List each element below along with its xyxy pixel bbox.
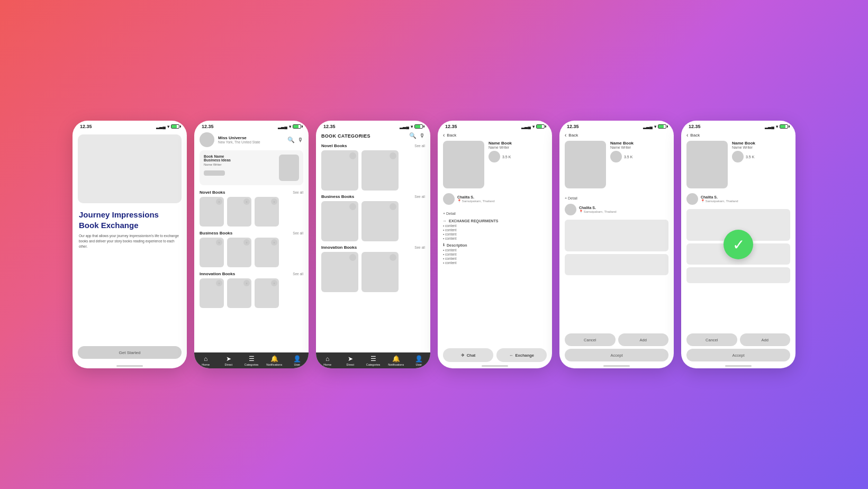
exchange-placeholder-mid: [565, 254, 668, 275]
search-icon-cat[interactable]: 🔍: [409, 132, 417, 139]
profile-name: Miss Universe: [218, 135, 284, 140]
book-item[interactable]: ○: [255, 238, 279, 267]
back-arrow-5[interactable]: ‹: [565, 132, 566, 138]
exchange-button[interactable]: ↔ Exchange: [496, 348, 547, 362]
exchange-section-4: ↔ EXCHANGE REQUIRMENTS • content • conte…: [438, 218, 552, 242]
nav-direct[interactable]: ➤Direct: [217, 355, 240, 366]
innovation-see-all[interactable]: See all: [293, 272, 303, 276]
get-started-button[interactable]: Get Started: [78, 346, 182, 359]
cat-book-badge: [390, 203, 396, 210]
owner-avatar-6: [686, 193, 698, 205]
signal-icon-6: ▂▃▄: [765, 124, 774, 129]
wifi-icon-4: ▾: [532, 124, 535, 129]
book-item[interactable]: ○: [227, 238, 251, 267]
book-author-4: Name Writer: [489, 146, 547, 149]
rating-avatar-6: [732, 151, 744, 162]
book-item[interactable]: ○: [227, 197, 251, 227]
user-icon: 👤: [293, 355, 301, 363]
back-arrow-4[interactable]: ‹: [443, 132, 445, 138]
featured-subtitle: Business Ideas: [204, 158, 275, 162]
add-button-6[interactable]: Add: [740, 333, 791, 346]
cat-book-item[interactable]: [321, 201, 358, 241]
signal-icon-2: ▂▃▄: [278, 124, 287, 129]
add-button-5[interactable]: Add: [618, 333, 669, 346]
location-icon-5: 📍: [579, 210, 583, 213]
book-author-5: Name Writer: [610, 146, 668, 149]
nav-direct-3[interactable]: ➤Direct: [339, 355, 361, 366]
nav-user-3[interactable]: 👤User: [408, 355, 430, 366]
back-label-6[interactable]: Back: [690, 133, 700, 138]
book-author-6: Name Writer: [732, 146, 790, 149]
cat-book-item[interactable]: [321, 150, 358, 191]
book-item[interactable]: ○: [227, 278, 251, 308]
search-icon[interactable]: 🔍: [287, 137, 295, 143]
owner-info-6: Chalita S. 📍 Samutpakarn, Thailand: [701, 195, 738, 203]
novel-see-all[interactable]: See all: [293, 191, 303, 194]
phone-success: 12.35 ▂▃▄ ▾ ‹ Back Name Book Name Writer: [681, 121, 795, 368]
chat-button[interactable]: ✈ Chat: [443, 348, 493, 362]
book-rating-4: 3.5 K: [489, 151, 547, 162]
notifications-icon: 🔔: [270, 355, 278, 363]
book-info-5: Name Book Name Writer 3.5 K: [610, 141, 668, 188]
featured-thumbnail: [279, 155, 299, 181]
signal-icon-5: ▂▃▄: [643, 124, 653, 129]
cat-innov-see-all[interactable]: See all: [414, 246, 425, 249]
book-badge: ○: [216, 239, 222, 246]
back-label-4[interactable]: Back: [447, 133, 456, 138]
cancel-button-5[interactable]: Cancel: [565, 333, 616, 346]
business-see-all[interactable]: See all: [293, 231, 303, 235]
mic-icon[interactable]: 🎙: [297, 137, 303, 143]
nav-categories[interactable]: ☰Categories: [240, 355, 263, 366]
back-nav-4: ‹ Back: [438, 130, 552, 141]
cancel-button-6[interactable]: Cancel: [686, 333, 737, 346]
accept-button-5[interactable]: Accept: [565, 349, 668, 361]
cat-novel-row: [316, 150, 430, 193]
book-item[interactable]: ○: [200, 197, 224, 227]
book-item[interactable]: ○: [200, 238, 224, 267]
nav-home[interactable]: ⌂Home: [194, 355, 217, 366]
featured-btn[interactable]: [204, 170, 225, 176]
owner-info-4: Chalita S. 📍 Samutpakarn, Thailand: [457, 195, 495, 203]
nav-categories-3[interactable]: ☰Categories: [361, 355, 384, 366]
success-overlay: ✓: [724, 230, 753, 259]
owner-info-5: Chalita S. 📍 Samutpakarn, Thailand: [579, 206, 617, 213]
profile-location: New York, The United State: [218, 140, 284, 144]
accept-button-6[interactable]: Accept: [686, 349, 790, 361]
back-label-5[interactable]: Back: [568, 133, 578, 138]
categories-header: BOOK CATEGORIES 🔍 🎙: [316, 130, 430, 142]
wifi-icon-5: ▾: [654, 124, 656, 129]
exchange-item-3: • content: [443, 232, 547, 236]
exchange-title-4: ↔ EXCHANGE REQUIRMENTS: [443, 219, 547, 223]
desc-item-3: • content: [443, 257, 547, 260]
location-icon-6: 📍: [701, 200, 704, 203]
nav-home-3[interactable]: ⌂Home: [316, 355, 339, 366]
business-section-header: Business Books See all: [194, 229, 309, 238]
phones-container: 12.35 ▂▃▄ ▾ Journey ImpressionsBook Exch…: [73, 121, 795, 368]
exchange-placeholder-top: [565, 220, 668, 251]
desc-item-4: • content: [443, 261, 547, 265]
cat-book-item[interactable]: [361, 150, 399, 191]
cat-book-item[interactable]: [361, 252, 399, 292]
book-info-6: Name Book Name Writer 3.5 K: [732, 141, 790, 188]
cat-book-item[interactable]: [361, 201, 399, 241]
app-description: Our app that allows your journey impress…: [79, 233, 180, 249]
cat-book-item[interactable]: [321, 252, 358, 292]
nav-notifications-3[interactable]: 🔔Notifications: [385, 355, 408, 366]
mic-icon-cat[interactable]: 🎙: [419, 132, 425, 139]
back-arrow-6[interactable]: ‹: [686, 132, 688, 138]
cat-book-badge: [349, 254, 356, 261]
book-item[interactable]: ○: [200, 278, 224, 308]
cat-novel-see-all[interactable]: See all: [414, 144, 425, 148]
book-image-6: [686, 141, 728, 188]
book-item[interactable]: ○: [255, 278, 279, 308]
profile-info: Miss Universe New York, The United State: [218, 135, 284, 144]
status-icons-1: ▂▃▄ ▾: [156, 124, 179, 129]
profile-row: Miss Universe New York, The United State…: [194, 130, 309, 150]
avatar: [200, 132, 214, 147]
cat-business-header: Business Books See all: [316, 193, 430, 201]
nav-notifications[interactable]: 🔔Notifications: [263, 355, 286, 366]
book-image-5: [565, 141, 606, 188]
nav-user[interactable]: 👤User: [286, 355, 309, 366]
cat-business-see-all[interactable]: See all: [414, 195, 425, 198]
book-item[interactable]: ○: [255, 197, 279, 227]
